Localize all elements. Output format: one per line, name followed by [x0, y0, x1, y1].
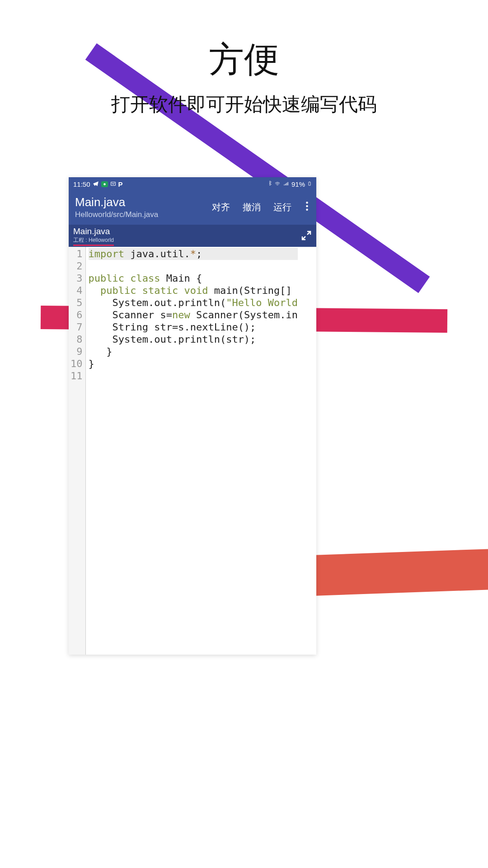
tab-bar: Main.java 工程 : Helloworld: [69, 225, 316, 247]
promo-title: 方便: [0, 36, 488, 84]
code-line: [89, 260, 298, 272]
code-line: [89, 370, 298, 382]
tab-name: Main.java: [73, 226, 114, 236]
promo-subtitle: 打开软件即可开始快速编写代码: [0, 92, 488, 117]
align-button[interactable]: 对齐: [212, 201, 230, 213]
svg-point-5: [306, 205, 308, 207]
app-title: Main.java: [75, 195, 212, 209]
telegram-icon: [93, 180, 99, 188]
tab-project: 工程 : Helloworld: [73, 236, 114, 246]
tab-item[interactable]: Main.java 工程 : Helloworld: [73, 226, 114, 246]
line-number: 7: [70, 321, 83, 333]
line-number: 2: [70, 260, 83, 272]
line-number: 9: [70, 345, 83, 358]
line-number: 10: [70, 358, 83, 370]
run-button[interactable]: 运行: [273, 201, 291, 213]
code-editor[interactable]: 1234567891011 import java.util.*; public…: [69, 247, 316, 655]
code-line: import java.util.*;: [89, 248, 298, 260]
line-number: 1: [70, 248, 83, 260]
battery-icon: [307, 180, 312, 188]
line-gutter: 1234567891011: [69, 247, 86, 655]
bluetooth-icon: [267, 180, 272, 188]
svg-point-6: [306, 209, 308, 211]
line-number: 3: [70, 272, 83, 284]
line-number: 6: [70, 309, 83, 321]
svg-rect-3: [309, 181, 310, 182]
promo-header: 方便 打开软件即可开始快速编写代码: [0, 36, 488, 117]
app-path: Helloworld/src/Main.java: [75, 210, 212, 219]
code-line: Scanner s=new Scanner(System.in: [89, 309, 298, 321]
svg-rect-2: [309, 182, 310, 185]
expand-icon[interactable]: [301, 230, 312, 243]
battery-text: 91%: [291, 180, 305, 188]
line-number: 8: [70, 333, 83, 345]
undo-button[interactable]: 撤消: [243, 201, 261, 213]
code-line: public static void main(String[]: [89, 284, 298, 297]
card-icon: [110, 180, 116, 188]
svg-point-0: [103, 183, 106, 185]
code-line: System.out.println("Hello World: [89, 297, 298, 309]
signal-icon: [283, 180, 289, 188]
status-time: 11:50: [73, 180, 90, 188]
camera-icon: [101, 181, 108, 187]
code-line: }: [89, 345, 298, 358]
more-icon[interactable]: [304, 202, 310, 213]
code-line: }: [89, 358, 298, 370]
code-area[interactable]: import java.util.*; public class Main { …: [86, 247, 298, 655]
decorative-stripe-orange: [302, 547, 488, 596]
code-line: String str=s.nextLine();: [89, 321, 298, 333]
svg-rect-1: [111, 182, 115, 185]
line-number: 4: [70, 284, 83, 297]
phone-screenshot: 11:50 P 91% Main.java Helloworld/src/Mai…: [69, 177, 316, 655]
p-icon: P: [118, 180, 123, 188]
wifi-icon: [274, 180, 281, 188]
line-number: 5: [70, 297, 83, 309]
svg-point-4: [306, 202, 308, 203]
app-bar: Main.java Helloworld/src/Main.java 对齐 撤消…: [69, 191, 316, 225]
line-number: 11: [70, 370, 83, 382]
code-line: System.out.println(str);: [89, 333, 298, 345]
status-bar: 11:50 P 91%: [69, 177, 316, 191]
code-line: public class Main {: [89, 272, 298, 284]
